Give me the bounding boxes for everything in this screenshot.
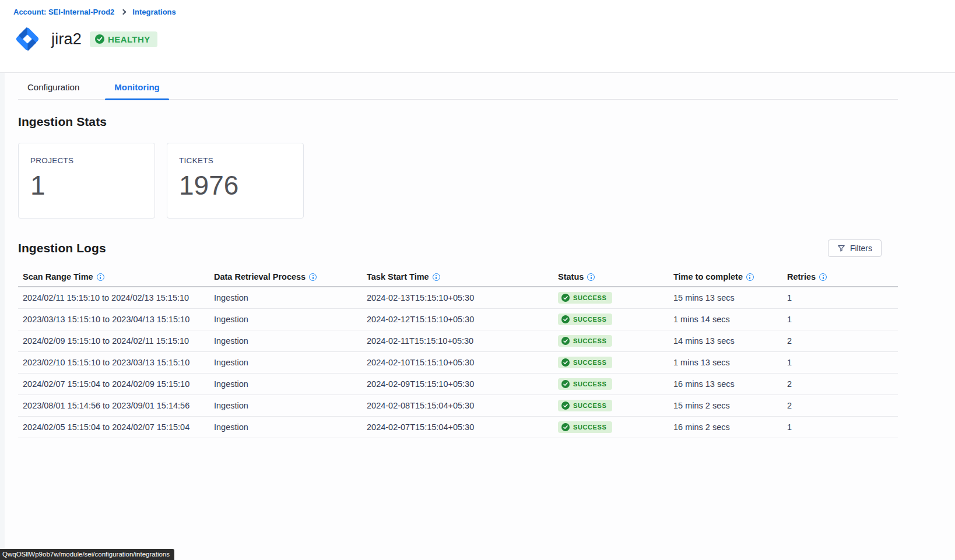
stat-cards: PROJECTS 1 TICKETS 1976 [18,143,898,219]
page-title: jira2 [51,30,82,48]
cell-retries: 2 [787,336,898,346]
filters-button[interactable]: Filters [828,240,882,257]
check-circle-icon [561,401,570,410]
cell-process: Ingestion [214,315,367,324]
breadcrumb-integrations-link[interactable]: Integrations [132,8,175,16]
stat-label-tickets: TICKETS [179,156,292,165]
column-header-label: Scan Range Time [23,272,93,281]
tabs-bar: Configuration Monitoring [18,73,898,100]
check-circle-icon [561,337,570,345]
status-badge: SUCCESS [558,357,612,368]
stat-value-tickets: 1976 [179,170,292,201]
cell-time-to-complete: 16 mins 13 secs [673,379,787,389]
info-icon[interactable] [433,273,440,281]
cell-scan-range: 2024/02/05 15:15:04 to 2024/02/07 15:15:… [23,422,214,432]
column-header-label: Task Start Time [367,272,429,281]
cell-time-to-complete: 15 mins 2 secs [673,401,787,410]
jira-logo-icon [12,23,43,55]
chevron-right-icon [121,9,127,15]
info-icon[interactable] [819,273,827,281]
column-header-retries: Retries [787,272,898,281]
status-label: SUCCESS [573,381,606,388]
stat-card-projects: PROJECTS 1 [18,143,155,219]
cell-scan-range: 2024/02/09 15:15:10 to 2024/02/11 15:15:… [23,336,214,346]
column-header-label: Time to complete [673,272,743,281]
cell-process: Ingestion [214,401,367,410]
info-icon[interactable] [746,273,754,281]
column-header-label: Status [558,272,584,281]
ingestion-logs-header-row: Ingestion Logs Filters [18,240,898,257]
info-icon[interactable] [97,273,104,281]
status-label: SUCCESS [573,316,606,323]
cell-retries: 1 [787,293,898,302]
ingestion-logs-heading: Ingestion Logs [18,241,106,255]
status-badge: SUCCESS [558,292,612,304]
cell-retries: 2 [787,379,898,389]
cell-time-to-complete: 16 mins 2 secs [673,422,787,432]
check-circle-icon [561,315,570,323]
check-circle-icon [561,294,570,302]
cell-status: SUCCESS [558,335,673,347]
column-header-time-to-complete: Time to complete [673,272,787,281]
cell-retries: 2 [787,401,898,410]
cell-time-to-complete: 15 mins 13 secs [673,293,787,302]
cell-status: SUCCESS [558,292,673,304]
cell-scan-range: 2023/08/01 15:14:56 to 2023/09/01 15:14:… [23,401,214,410]
table-row: 2023/02/10 15:15:10 to 2023/03/13 15:15:… [18,352,898,374]
cell-time-to-complete: 14 mins 13 secs [673,336,787,346]
cell-scan-range: 2023/03/13 15:15:10 to 2023/04/13 15:15:… [23,315,214,324]
filters-button-label: Filters [850,244,872,253]
ingestion-stats-heading: Ingestion Stats [18,115,898,129]
status-label: SUCCESS [573,337,606,344]
column-header-process: Data Retrieval Process [214,272,367,281]
cell-scan-range: 2023/02/10 15:15:10 to 2023/03/13 15:15:… [23,358,214,367]
cell-status: SUCCESS [558,400,673,411]
table-row: 2024/02/09 15:15:10 to 2024/02/11 15:15:… [18,330,898,352]
status-label: SUCCESS [573,294,606,301]
column-header-label: Data Retrieval Process [214,272,306,281]
cell-retries: 1 [787,422,898,432]
filter-funnel-icon [837,244,845,252]
integration-title-row: jira2 HEALTHY [12,23,157,55]
stat-value-projects: 1 [30,170,143,201]
stat-label-projects: PROJECTS [30,156,143,165]
cell-task-start: 2024-02-11T15:15:10+05:30 [367,336,558,346]
main-content: Configuration Monitoring Ingestion Stats… [0,73,955,560]
cell-task-start: 2024-02-09T15:15:10+05:30 [367,379,558,389]
status-label: SUCCESS [573,424,606,431]
cell-status: SUCCESS [558,421,673,433]
info-icon[interactable] [309,273,317,281]
page-header: Account: SEI-Internal-Prod2 Integrations… [0,0,955,73]
cell-time-to-complete: 1 mins 14 secs [673,315,787,324]
table-row: 2024/02/05 15:15:04 to 2024/02/07 15:15:… [18,417,898,438]
cell-status: SUCCESS [558,357,673,368]
table-body: 2024/02/11 15:15:10 to 2024/02/13 15:15:… [18,287,898,438]
table-row: 2024/02/07 15:15:04 to 2024/02/09 15:15:… [18,374,898,395]
column-header-label: Retries [787,272,816,281]
status-badge: SUCCESS [558,421,612,433]
table-row: 2023/08/01 15:14:56 to 2023/09/01 15:14:… [18,395,898,417]
breadcrumb-account-link[interactable]: Account: SEI-Internal-Prod2 [13,8,114,16]
url-preview-tooltip: QwqOSllWp9ob7w/module/sei/configuration/… [0,549,174,560]
table-row: 2024/02/11 15:15:10 to 2024/02/13 15:15:… [18,287,898,309]
breadcrumb: Account: SEI-Internal-Prod2 Integrations [13,8,176,16]
tab-configuration[interactable]: Configuration [18,82,89,99]
cell-retries: 1 [787,315,898,324]
health-status-badge: HEALTHY [90,31,157,47]
column-header-status: Status [558,272,673,281]
cell-process: Ingestion [214,379,367,389]
cell-process: Ingestion [214,336,367,346]
table-row: 2023/03/13 15:15:10 to 2023/04/13 15:15:… [18,309,898,330]
cell-retries: 1 [787,358,898,367]
status-badge: SUCCESS [558,400,612,411]
ingestion-logs-table: Scan Range Time Data Retrieval Process T… [18,267,898,438]
tab-monitoring[interactable]: Monitoring [105,82,168,99]
check-circle-icon [561,380,570,388]
status-badge: SUCCESS [558,335,612,347]
cell-process: Ingestion [214,293,367,302]
cell-task-start: 2024-02-12T15:15:10+05:30 [367,315,558,324]
info-icon[interactable] [587,273,595,281]
status-badge: SUCCESS [558,314,612,325]
cell-process: Ingestion [214,358,367,367]
check-circle-icon [561,358,570,367]
